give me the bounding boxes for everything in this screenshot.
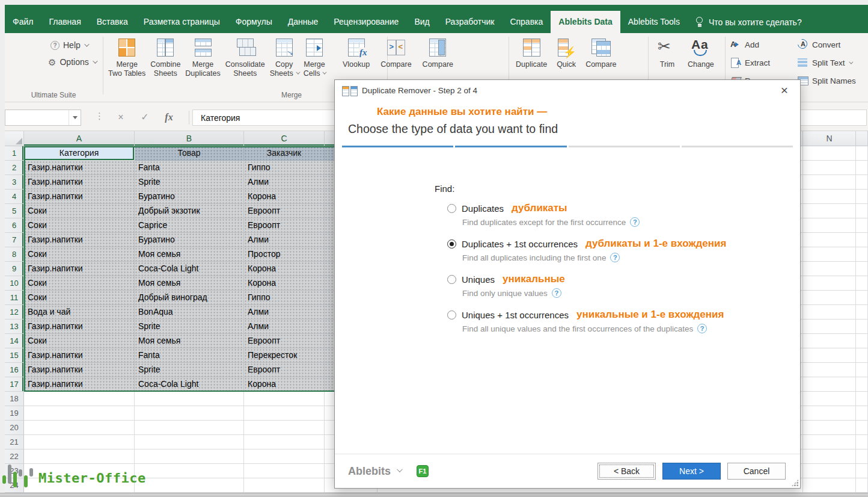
cell[interactable]: Соки bbox=[24, 334, 135, 348]
select-all-corner[interactable] bbox=[5, 131, 24, 146]
cell[interactable] bbox=[803, 190, 856, 204]
row-header[interactable]: 14 bbox=[5, 334, 24, 348]
cell[interactable] bbox=[135, 449, 244, 464]
ribbon-button[interactable]: Compare bbox=[583, 33, 619, 69]
ribbon-button[interactable]: Combine Sheets bbox=[148, 33, 183, 78]
cell[interactable] bbox=[244, 464, 325, 478]
cell[interactable]: Fanta bbox=[135, 348, 244, 363]
ribbon-tab[interactable]: Разработчик bbox=[438, 11, 503, 33]
cell[interactable] bbox=[803, 320, 856, 334]
cell[interactable]: Буратино bbox=[135, 233, 244, 247]
cell[interactable] bbox=[803, 161, 856, 175]
cell[interactable] bbox=[803, 449, 856, 464]
cell[interactable] bbox=[856, 247, 868, 262]
tell-me-box[interactable]: Что вы хотите сделать? bbox=[696, 11, 802, 33]
cell[interactable]: Алми bbox=[244, 233, 325, 247]
ribbon-tab[interactable]: Файл bbox=[5, 11, 41, 33]
cell[interactable] bbox=[803, 218, 856, 233]
help-question-icon[interactable]: ? bbox=[630, 217, 640, 227]
back-button[interactable]: < Back bbox=[598, 463, 656, 480]
ribbon-button[interactable]: Add bbox=[730, 38, 781, 51]
column-header-partial[interactable] bbox=[856, 131, 868, 146]
cell[interactable]: Перекресток bbox=[244, 348, 325, 363]
row-header[interactable]: 3 bbox=[5, 175, 24, 190]
row-header[interactable]: 20 bbox=[5, 421, 24, 435]
cell[interactable]: Соки bbox=[24, 247, 135, 262]
ribbon-tab[interactable]: Справка bbox=[502, 11, 551, 33]
row-header[interactable]: 4 bbox=[5, 190, 24, 204]
cell[interactable]: Добрый виноград bbox=[135, 291, 244, 305]
cell[interactable] bbox=[135, 406, 244, 421]
row-header[interactable]: 15 bbox=[5, 348, 24, 363]
row-header[interactable]: 11 bbox=[5, 291, 24, 305]
cell[interactable]: Соки bbox=[24, 291, 135, 305]
help-question-icon[interactable]: ? bbox=[552, 288, 561, 298]
ribbon-button[interactable]: Convert bbox=[797, 38, 856, 51]
cell[interactable]: Газир.напитки bbox=[24, 348, 135, 363]
cell[interactable]: Евроопт bbox=[244, 218, 325, 233]
column-header-c[interactable]: C bbox=[244, 131, 325, 146]
find-option-row[interactable]: Duplicates дубликаты bbox=[447, 202, 726, 215]
cell[interactable] bbox=[803, 204, 856, 218]
ribbon-button[interactable]: Merge Cells bbox=[301, 33, 328, 78]
cell[interactable] bbox=[135, 435, 244, 449]
ribbon-tab[interactable]: Ablebits Tools bbox=[620, 11, 688, 33]
ribbon-button[interactable]: Vlookup bbox=[340, 33, 372, 69]
cell[interactable] bbox=[135, 421, 244, 435]
cell[interactable]: Евроопт bbox=[244, 204, 325, 218]
cell[interactable] bbox=[803, 377, 856, 392]
cell[interactable]: Газир.напитки bbox=[24, 161, 135, 175]
ribbon-button[interactable]: Copy Sheets bbox=[267, 33, 301, 78]
cell[interactable]: Fanta bbox=[135, 161, 244, 175]
cell[interactable] bbox=[135, 478, 244, 493]
row-header[interactable]: 7 bbox=[5, 233, 24, 247]
cell[interactable] bbox=[856, 348, 868, 363]
cell[interactable] bbox=[856, 392, 868, 406]
cell[interactable]: Заказчик bbox=[244, 146, 325, 161]
radio-button[interactable] bbox=[447, 310, 456, 320]
cell[interactable] bbox=[803, 146, 856, 161]
help-question-icon[interactable]: ? bbox=[697, 324, 707, 333]
cell[interactable] bbox=[856, 363, 868, 377]
cell[interactable] bbox=[244, 421, 325, 435]
ribbon-button[interactable]: Split Text bbox=[797, 56, 856, 69]
active-cell[interactable]: Категория bbox=[24, 146, 135, 161]
row-header[interactable]: 10 bbox=[5, 276, 24, 291]
cell[interactable] bbox=[803, 464, 856, 478]
row-header[interactable]: 5 bbox=[5, 204, 24, 218]
cell[interactable] bbox=[856, 233, 868, 247]
cell[interactable] bbox=[135, 464, 244, 478]
ribbon-tab[interactable]: Формулы bbox=[228, 11, 280, 33]
column-header-n[interactable]: N bbox=[803, 131, 856, 146]
cell[interactable]: Корона bbox=[244, 377, 325, 392]
help-button[interactable]: Help bbox=[50, 40, 102, 50]
cell[interactable]: Моя семья bbox=[135, 276, 244, 291]
cell[interactable] bbox=[803, 406, 856, 421]
cell[interactable] bbox=[856, 218, 868, 233]
ribbon-button[interactable]: Compare bbox=[378, 33, 414, 69]
cell[interactable]: Корона bbox=[244, 190, 325, 204]
cell[interactable] bbox=[856, 175, 868, 190]
cell[interactable] bbox=[135, 392, 244, 406]
row-header[interactable]: 2 bbox=[5, 161, 24, 175]
column-header-b[interactable]: B bbox=[135, 131, 244, 146]
ribbon-tab[interactable]: Главная bbox=[41, 11, 88, 33]
cell[interactable] bbox=[803, 334, 856, 348]
cell[interactable]: Газир.напитки bbox=[24, 377, 135, 392]
ablebits-menu[interactable]: Ablebits bbox=[348, 465, 401, 478]
cell[interactable]: Алми bbox=[244, 175, 325, 190]
row-header[interactable]: 9 bbox=[5, 262, 24, 276]
cell[interactable]: Моя семья bbox=[135, 334, 244, 348]
cell[interactable] bbox=[856, 406, 868, 421]
cell[interactable] bbox=[24, 421, 135, 435]
ribbon-button[interactable]: Change bbox=[685, 33, 717, 69]
cell[interactable] bbox=[244, 406, 325, 421]
row-header[interactable]: 6 bbox=[5, 218, 24, 233]
cell[interactable] bbox=[803, 348, 856, 363]
cell[interactable] bbox=[856, 276, 868, 291]
ribbon-button[interactable]: Compare bbox=[420, 33, 456, 69]
ribbon-button[interactable]: Merge Duplicates bbox=[183, 33, 222, 78]
close-icon[interactable]: × bbox=[776, 84, 793, 96]
cell[interactable] bbox=[856, 334, 868, 348]
f1-help-badge[interactable]: F1 bbox=[417, 465, 429, 477]
